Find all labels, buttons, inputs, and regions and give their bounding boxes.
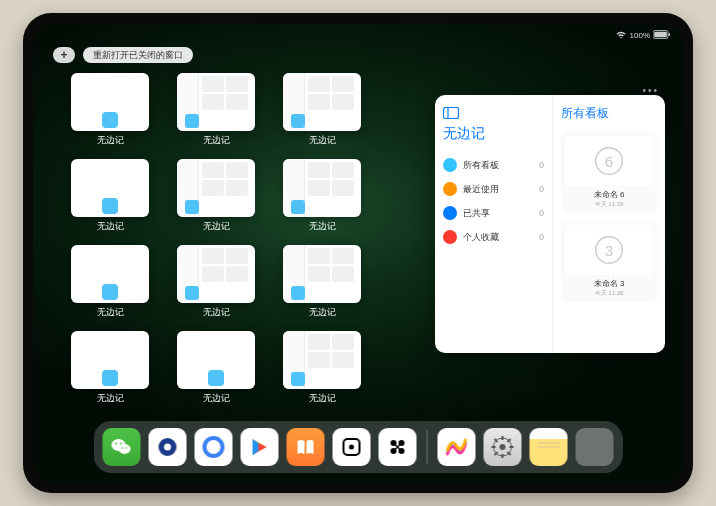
panel-content: 所有看板 6未命名 6今天 11:293未命名 3今天 11:28 xyxy=(553,95,665,353)
dock-settings-icon[interactable] xyxy=(484,428,522,466)
board-name: 未命名 3 xyxy=(594,278,625,289)
ipad-frame: 100% + 重新打开已关闭的窗口 无边记无边记无边记无边记无边记无边记无边记无… xyxy=(23,13,693,493)
dock-separator xyxy=(427,430,428,464)
svg-rect-1 xyxy=(654,31,667,37)
window-label: 无边记 xyxy=(309,220,336,233)
board-thumbnail: 3 xyxy=(565,225,653,275)
sidebar-icon[interactable] xyxy=(443,105,459,117)
category-label: 已共享 xyxy=(463,207,490,220)
dock-app-blue1-icon[interactable] xyxy=(149,428,187,466)
window-thumbnail xyxy=(177,331,255,389)
window-label: 无边记 xyxy=(203,134,230,147)
status-right: 100% xyxy=(615,30,671,41)
screen: 100% + 重新打开已关闭的窗口 无边记无边记无边记无边记无边记无边记无边记无… xyxy=(33,23,683,483)
svg-point-10 xyxy=(119,444,131,454)
board-card[interactable]: 3未命名 3今天 11:28 xyxy=(561,221,657,302)
category-icon xyxy=(443,182,457,196)
window-label: 无边记 xyxy=(97,134,124,147)
dock-play-icon[interactable] xyxy=(241,428,279,466)
window-tile[interactable]: 无边记 xyxy=(71,331,149,405)
window-tile[interactable]: 无边记 xyxy=(283,245,361,319)
window-tile[interactable]: 无边记 xyxy=(177,245,255,319)
window-tile[interactable]: 无边记 xyxy=(177,73,255,147)
sidebar-item[interactable]: 所有看板0 xyxy=(443,153,544,177)
svg-text:3: 3 xyxy=(605,242,613,259)
window-thumbnail xyxy=(177,159,255,217)
category-count: 0 xyxy=(539,208,544,218)
dock-notes-icon[interactable] xyxy=(530,428,568,466)
board-time: 今天 11:28 xyxy=(595,289,624,298)
window-label: 无边记 xyxy=(97,220,124,233)
sidebar-item[interactable]: 已共享0 xyxy=(443,201,544,225)
window-label: 无边记 xyxy=(203,306,230,319)
category-count: 0 xyxy=(539,160,544,170)
window-tile[interactable]: 无边记 xyxy=(71,245,149,319)
svg-rect-2 xyxy=(669,33,671,36)
svg-text:6: 6 xyxy=(605,153,613,170)
status-bar: 100% xyxy=(33,27,683,43)
board-card[interactable]: 6未命名 6今天 11:29 xyxy=(561,132,657,213)
window-tile[interactable]: 无边记 xyxy=(71,73,149,147)
dock-books-icon[interactable] xyxy=(287,428,325,466)
board-time: 今天 11:29 xyxy=(595,200,624,209)
window-label: 无边记 xyxy=(97,306,124,319)
window-thumbnail xyxy=(71,245,149,303)
panel-title: 无边记 xyxy=(443,125,544,143)
category-label: 最近使用 xyxy=(463,183,499,196)
window-tile[interactable]: 无边记 xyxy=(283,331,361,405)
dock-dice-icon[interactable] xyxy=(333,428,371,466)
svg-rect-3 xyxy=(444,108,459,119)
window-thumbnail xyxy=(71,159,149,217)
window-thumbnail xyxy=(71,331,149,389)
window-tile[interactable]: 无边记 xyxy=(177,331,255,405)
add-button[interactable]: + xyxy=(53,47,75,63)
svg-point-17 xyxy=(205,438,223,456)
battery-pct: 100% xyxy=(630,31,650,40)
sidebar-item[interactable]: 最近使用0 xyxy=(443,177,544,201)
panel-sidebar: 无边记 所有看板0最近使用0已共享0个人收藏0 xyxy=(435,95,553,353)
wifi-icon xyxy=(615,30,627,41)
window-tile[interactable]: 无边记 xyxy=(283,159,361,233)
window-thumbnail xyxy=(283,159,361,217)
category-label: 个人收藏 xyxy=(463,231,499,244)
svg-point-14 xyxy=(126,447,128,449)
svg-point-27 xyxy=(500,444,506,450)
window-tile[interactable]: 无边记 xyxy=(71,159,149,233)
board-name: 未命名 6 xyxy=(594,189,625,200)
dock-freeform-icon[interactable] xyxy=(438,428,476,466)
window-thumbnail xyxy=(71,73,149,131)
window-label: 无边记 xyxy=(203,392,230,405)
freeform-panel: 无边记 所有看板0最近使用0已共享0个人收藏0 所有看板 6未命名 6今天 11… xyxy=(435,95,665,353)
sidebar-item[interactable]: 个人收藏0 xyxy=(443,225,544,249)
category-count: 0 xyxy=(539,232,544,242)
board-thumbnail: 6 xyxy=(565,136,653,186)
dock-wechat-icon[interactable] xyxy=(103,428,141,466)
battery-icon xyxy=(653,30,671,41)
window-label: 无边记 xyxy=(203,220,230,233)
window-thumbnail xyxy=(283,331,361,389)
toolbar: + 重新打开已关闭的窗口 xyxy=(53,47,193,63)
svg-point-19 xyxy=(349,445,354,450)
window-label: 无边记 xyxy=(97,392,124,405)
panel-right-title: 所有看板 xyxy=(561,105,657,122)
window-thumbnail xyxy=(177,245,255,303)
window-thumbnail xyxy=(283,73,361,131)
window-tile[interactable]: 无边记 xyxy=(177,159,255,233)
window-label: 无边记 xyxy=(309,392,336,405)
category-label: 所有看板 xyxy=(463,159,499,172)
svg-point-16 xyxy=(164,444,171,451)
window-thumbnail xyxy=(177,73,255,131)
category-count: 0 xyxy=(539,184,544,194)
window-tile[interactable]: 无边记 xyxy=(283,73,361,147)
window-thumbnail xyxy=(283,245,361,303)
category-icon xyxy=(443,206,457,220)
svg-point-13 xyxy=(122,447,124,449)
dock-app-blue2-icon[interactable] xyxy=(195,428,233,466)
category-icon xyxy=(443,158,457,172)
dock xyxy=(94,421,623,473)
window-grid: 无边记无边记无边记无边记无边记无边记无边记无边记无边记无边记无边记无边记 xyxy=(71,73,401,405)
dock-app-library-icon[interactable] xyxy=(576,428,614,466)
reopen-window-button[interactable]: 重新打开已关闭的窗口 xyxy=(83,47,193,63)
dock-app-dots-icon[interactable] xyxy=(379,428,417,466)
window-label: 无边记 xyxy=(309,306,336,319)
